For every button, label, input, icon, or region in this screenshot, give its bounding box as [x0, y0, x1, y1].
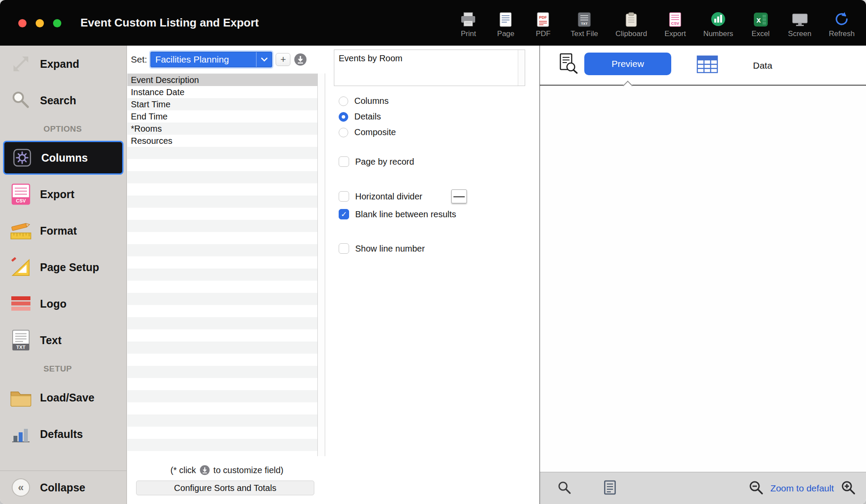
radio-details[interactable]: [339, 112, 348, 122]
configure-sorts-totals-button[interactable]: Configure Sorts and Totals: [136, 481, 314, 495]
sidebar-item-label: Page Setup: [40, 261, 99, 274]
sidebar-item-format[interactable]: Format: [0, 212, 127, 249]
gear-icon: [10, 146, 34, 169]
zoom-controls: Zoom to default: [749, 472, 856, 504]
sidebar-item-label: Columns: [41, 152, 88, 164]
toolbar-item-label: Screen: [788, 30, 812, 38]
svg-text:x: x: [756, 16, 761, 24]
sidebar-item-collapse[interactable]: « Collapse: [0, 471, 127, 504]
toolbar-clipboard-button[interactable]: Clipboard: [616, 8, 647, 38]
preview-bottombar: Zoom to default: [540, 472, 866, 504]
toolbar-item-label: Clipboard: [616, 30, 647, 38]
toolbar-screen-button[interactable]: Screen: [788, 8, 812, 38]
sidebar-item-columns[interactable]: Columns: [3, 141, 123, 175]
pencil-ruler-icon: [9, 221, 33, 241]
field-row[interactable]: Instance Date: [127, 86, 317, 98]
zoom-to-default-link[interactable]: Zoom to default: [770, 483, 834, 494]
zoom-out-icon[interactable]: [749, 480, 763, 497]
expand-arrows-icon: [9, 53, 33, 75]
add-set-button[interactable]: +: [276, 53, 290, 66]
checkbox-show-line-number[interactable]: [339, 243, 349, 254]
preview-panel: Preview Data Zoom to default: [540, 46, 866, 504]
page-icon: [500, 8, 512, 27]
app-window: Event Custom Listing and Export Print Pa…: [0, 0, 866, 504]
svg-text:TXT: TXT: [17, 345, 26, 350]
sidebar-section-setup: SETUP: [0, 358, 127, 379]
field-row[interactable]: End Time: [127, 110, 317, 123]
toolbar-pdf-button[interactable]: PDF PDF: [533, 8, 553, 38]
chevron-down-icon: [256, 52, 272, 67]
close-window-button[interactable]: [18, 19, 27, 27]
field-row[interactable]: Resources: [127, 135, 317, 147]
set-square-icon: [9, 256, 33, 278]
customize-hint-suffix: to customize field): [213, 465, 283, 475]
radio-label: Columns: [354, 96, 389, 106]
toolbar-print-button[interactable]: Print: [458, 8, 478, 38]
document-outline-icon[interactable]: [603, 480, 616, 497]
sidebar-item-label: Load/Save: [40, 391, 94, 404]
sidebar-item-label: Collapse: [40, 481, 85, 494]
toolbar-page-button[interactable]: Page: [496, 8, 516, 38]
radio-composite[interactable]: [339, 128, 348, 137]
set-dropdown[interactable]: Facilities Planning: [150, 52, 272, 67]
sidebar-item-load-save[interactable]: Load/Save: [0, 379, 127, 416]
csv-file-icon: CSV: [669, 8, 681, 27]
sidebar-item-expand[interactable]: Expand: [0, 46, 127, 82]
checkbox-page-by-record[interactable]: [339, 156, 349, 167]
horizontal-divider-preview-icon[interactable]: [451, 189, 467, 203]
toolbar-item-label: Print: [461, 30, 476, 38]
preview-tabbar: Preview Data: [540, 46, 866, 86]
field-row[interactable]: Start Time: [127, 98, 317, 110]
tab-data[interactable]: Data: [753, 46, 772, 86]
sidebar-item-export[interactable]: CSV Export: [0, 176, 127, 212]
sidebar-item-label: Logo: [40, 298, 67, 310]
text-file-icon: TXT: [578, 8, 591, 27]
toolbar-item-label: Refresh: [829, 30, 855, 38]
checkbox-horizontal-divider[interactable]: [339, 191, 349, 202]
sidebar-item-label: Format: [40, 225, 77, 237]
field-row[interactable]: *Rooms: [127, 123, 317, 135]
checkbox-label: Blank line between results: [355, 209, 456, 219]
set-dropdown-value: Facilities Planning: [151, 54, 256, 65]
excel-app-icon: x: [753, 8, 768, 27]
folder-icon: [9, 388, 33, 407]
toolbar-excel-button[interactable]: x Excel: [751, 8, 771, 38]
zoom-window-button[interactable]: [53, 19, 61, 27]
sidebar-item-logo[interactable]: Logo: [0, 285, 127, 322]
checkbox-row-show-line-number: Show line number: [339, 243, 425, 254]
sidebar-item-page-setup[interactable]: Page Setup: [0, 249, 127, 285]
checkbox-label: Show line number: [355, 244, 425, 254]
minimize-window-button[interactable]: [36, 19, 44, 27]
checkbox-blank-line[interactable]: [339, 209, 349, 219]
zoom-in-icon[interactable]: [841, 480, 856, 497]
clipboard-icon: [625, 8, 637, 27]
listing-title-value: Events by Room: [334, 50, 518, 86]
listing-title-scrollbar[interactable]: [518, 50, 525, 86]
checkbox-row-blank-line: Blank line between results: [339, 209, 456, 219]
toolbar-export-button[interactable]: CSV Export: [664, 8, 686, 38]
svg-text:«: «: [18, 481, 23, 493]
checkbox-label: Horizontal divider: [355, 192, 423, 202]
radio-label: Details: [354, 112, 381, 122]
set-row: Set: Facilities Planning +: [127, 46, 326, 73]
toolbar-refresh-button[interactable]: Refresh: [829, 8, 855, 38]
listing-title-input[interactable]: Events by Room: [334, 50, 525, 86]
field-list-scrollbar[interactable]: [318, 73, 325, 456]
toolbar-numbers-button[interactable]: Numbers: [703, 8, 733, 38]
radio-columns[interactable]: [339, 96, 348, 106]
customize-field-icon[interactable]: [294, 53, 307, 66]
field-row[interactable]: Event Description: [127, 74, 317, 86]
radio-row-composite: Composite: [339, 127, 396, 137]
data-table-icon[interactable]: [696, 54, 718, 76]
options-panel: Events by Room Columns Details Composite…: [326, 46, 540, 504]
search-preview-icon[interactable]: [557, 481, 571, 496]
tab-preview[interactable]: Preview: [584, 53, 671, 75]
sidebar-item-search[interactable]: Search: [0, 82, 127, 119]
csv-document-icon: CSV: [9, 183, 33, 205]
checkbox-row-page-by-record: Page by record: [339, 156, 414, 167]
sidebar-item-defaults[interactable]: Defaults: [0, 416, 127, 452]
txt-document-icon: TXT: [9, 329, 33, 351]
sidebar-item-text[interactable]: TXT Text: [0, 322, 127, 358]
toolbar-text-file-button[interactable]: TXT Text File: [570, 8, 598, 38]
customize-hint-prefix: (* click: [170, 465, 196, 475]
